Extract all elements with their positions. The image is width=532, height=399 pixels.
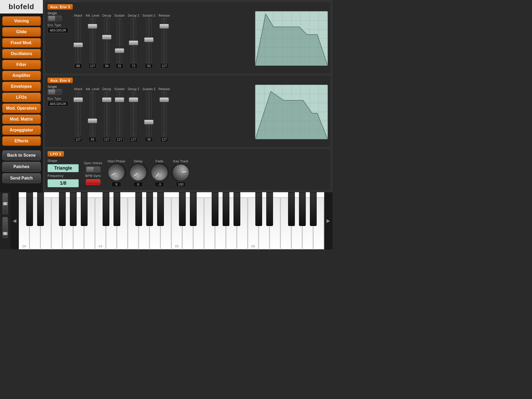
- env3-graph: [255, 11, 328, 66]
- env4-decay2-thumb[interactable]: [129, 97, 138, 102]
- env4-atklevel-track[interactable]: [90, 92, 95, 136]
- env3-sustain-track[interactable]: [117, 18, 122, 63]
- sidebar-item-voicing[interactable]: Voicing: [2, 16, 41, 26]
- bpm-sync-label: BPM Sync: [85, 174, 101, 178]
- env3-sustain2-track[interactable]: [146, 18, 151, 63]
- keyboard-left-controls: [0, 192, 10, 249]
- sidebar-item-mod-operators[interactable]: Mod. Operators: [2, 104, 41, 113]
- env4-single-switch[interactable]: [48, 89, 62, 95]
- env3-atklevel-label: Atk. Level: [85, 14, 99, 17]
- lfo-section: LFO 1 Shape Triangle Frequency 1/8 Sync …: [45, 149, 330, 190]
- env4-attack-track[interactable]: [76, 92, 81, 136]
- black-key[interactable]: [70, 192, 76, 226]
- sidebar-item-effects[interactable]: Effects: [2, 136, 41, 146]
- black-key[interactable]: [212, 192, 218, 226]
- black-key[interactable]: [37, 192, 44, 226]
- env4-release-thumb[interactable]: [159, 97, 169, 102]
- sidebar-item-fixed-mod[interactable]: Fixed Mod.: [2, 38, 41, 48]
- sidebar-item-mod-matrix[interactable]: Mod. Matrix: [2, 115, 41, 124]
- env4-atklevel-value: 49: [89, 137, 96, 142]
- env3-attack-thumb[interactable]: [74, 43, 83, 47]
- env4-switch-thumb: [48, 90, 55, 94]
- black-key[interactable]: [157, 192, 164, 226]
- fade-knob[interactable]: [148, 161, 171, 184]
- keytrack-knob[interactable]: [171, 163, 190, 182]
- black-key[interactable]: [59, 192, 65, 226]
- black-key[interactable]: [103, 192, 109, 226]
- black-key[interactable]: [179, 192, 185, 226]
- black-key[interactable]: [266, 192, 273, 226]
- env4-release-track[interactable]: [162, 92, 167, 136]
- black-key[interactable]: [310, 192, 316, 226]
- env3-decay2-track[interactable]: [131, 18, 136, 63]
- env3-slider-sustain2: Sustain 2 82: [142, 14, 155, 68]
- env4-decay2-track[interactable]: [131, 92, 136, 136]
- sync-voices-switch[interactable]: [86, 167, 100, 172]
- env3-atklevel-thumb[interactable]: [88, 24, 97, 29]
- sidebar-item-envelopes[interactable]: Envelopes: [2, 82, 41, 91]
- keyboard-scroll-left[interactable]: ◄: [10, 192, 19, 249]
- env4-sustain-thumb[interactable]: [115, 97, 124, 102]
- lfo-knobs: Start Phase 9 Delay 6 Fade -3: [108, 159, 189, 187]
- env3-attack-track[interactable]: [76, 18, 81, 63]
- back-to-scene-button[interactable]: Back to Scene: [2, 150, 41, 160]
- keyboard-scroll-right[interactable]: ►: [324, 192, 332, 249]
- black-key[interactable]: [26, 192, 33, 226]
- black-key[interactable]: [114, 192, 120, 226]
- env3-decay-thumb[interactable]: [102, 35, 111, 39]
- black-key[interactable]: [190, 192, 196, 226]
- black-key[interactable]: [299, 192, 305, 226]
- env3-slider-decay: Decay 94: [102, 14, 111, 68]
- env3-decay-track[interactable]: [104, 18, 109, 63]
- env3-atklevel-track[interactable]: [90, 18, 95, 63]
- env4-atklevel-thumb[interactable]: [88, 118, 97, 123]
- black-key[interactable]: [146, 192, 153, 226]
- env4-slider-decay2: Decay 2 127: [128, 87, 139, 142]
- env4-attack-thumb[interactable]: [74, 97, 83, 102]
- env4-body: Single Env. Type ADS1DS2R Attack 127: [48, 85, 328, 144]
- black-key[interactable]: [81, 192, 87, 226]
- bpm-sync-button[interactable]: [86, 179, 100, 185]
- env4-atklevel-label: Atk. Level: [85, 87, 99, 91]
- pitch-bend-slider[interactable]: [3, 193, 8, 214]
- send-patch-button[interactable]: Send Patch: [2, 173, 41, 183]
- sidebar-item-filter[interactable]: Filter: [2, 60, 41, 69]
- env4-sustain-track[interactable]: [117, 92, 122, 136]
- patches-button[interactable]: Patches: [2, 162, 41, 172]
- sidebar-item-amplifier[interactable]: Amplifier: [2, 71, 41, 80]
- black-key[interactable]: [135, 192, 142, 226]
- env3-section: Aux. Env 3 Single Env. Type ADS1DS2R Att…: [45, 2, 330, 74]
- black-key[interactable]: [255, 192, 262, 226]
- env3-decay2-thumb[interactable]: [129, 41, 138, 45]
- black-key[interactable]: [288, 192, 295, 226]
- sidebar-item-lfos[interactable]: LFOs: [2, 93, 41, 102]
- env4-sustain2-track[interactable]: [146, 92, 151, 136]
- lfo-frequency-value[interactable]: 1/8: [48, 179, 79, 187]
- modwheel-slider[interactable]: [3, 217, 8, 238]
- sidebar-item-oscillators[interactable]: Oscillators: [2, 49, 41, 58]
- env4-type-label: Env. Type: [48, 97, 61, 101]
- env3-release-track[interactable]: [162, 18, 167, 63]
- black-key[interactable]: [234, 192, 240, 226]
- env3-sustain2-thumb[interactable]: [144, 37, 154, 42]
- env4-sustain2-thumb[interactable]: [144, 120, 154, 124]
- sidebar-item-glide[interactable]: Glide: [2, 27, 41, 37]
- env3-decay-label: Decay: [102, 14, 111, 17]
- startphase-knob[interactable]: [105, 161, 128, 184]
- black-key[interactable]: [223, 192, 229, 226]
- sidebar-item-arpeggiator[interactable]: Arpeggiator: [2, 125, 41, 135]
- delay-knob[interactable]: [127, 161, 150, 184]
- env4-decay-track[interactable]: [104, 92, 109, 136]
- env3-type-display[interactable]: ADS1DS2R: [48, 28, 68, 33]
- env3-release-thumb[interactable]: [159, 24, 169, 29]
- env4-release-value: 127: [160, 137, 168, 142]
- env4-decay-thumb[interactable]: [102, 97, 111, 102]
- env4-slider-atklevel: Atk. Level 49: [85, 87, 99, 142]
- env3-single-switch[interactable]: [48, 16, 62, 21]
- env3-sustain-thumb[interactable]: [115, 48, 124, 53]
- env3-sustain2-label: Sustain 2: [142, 14, 155, 17]
- env3-switch-thumb: [48, 16, 55, 21]
- env4-type-display[interactable]: ADS1DS2R: [48, 101, 68, 107]
- lfo-shape-value[interactable]: Triangle: [48, 164, 79, 172]
- fade-value: -3: [155, 182, 164, 187]
